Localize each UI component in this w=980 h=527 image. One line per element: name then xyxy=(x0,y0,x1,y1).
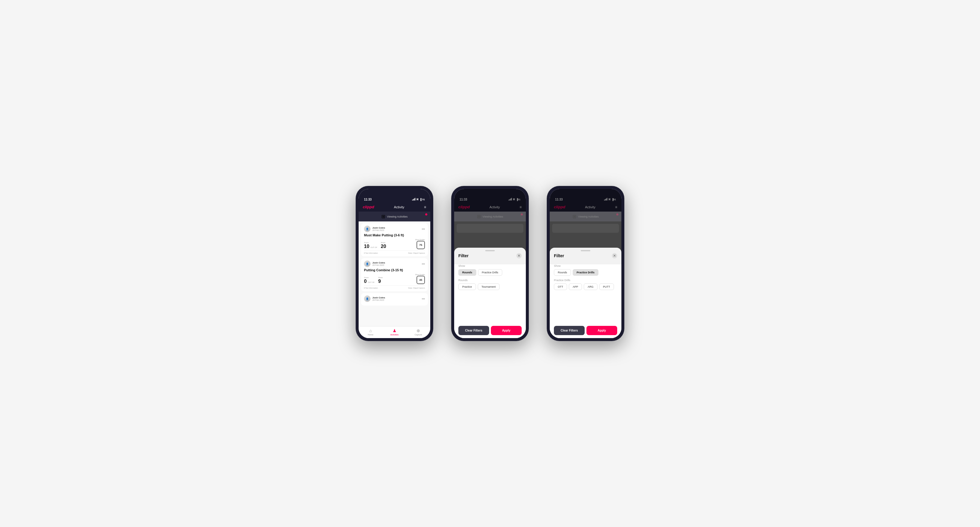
battery-level-1: 51 xyxy=(422,198,425,201)
info-icon-2: ℹ xyxy=(364,287,364,289)
card-info-2: ℹ Test Information xyxy=(364,287,378,289)
practice-drills-btn-3[interactable]: Practice Drills xyxy=(573,269,598,276)
tab-capture-1[interactable]: ⊕ Capture xyxy=(406,328,430,336)
filter-sheet-2: Filter ✕ Show Rounds Practice Drills Rou… xyxy=(454,248,526,338)
ott-btn-3[interactable]: OTT xyxy=(554,284,567,290)
shots-section-2: Shots 9 xyxy=(378,277,382,284)
menu-icon-1[interactable]: ≡ xyxy=(424,205,426,209)
rounds-btn-2[interactable]: Rounds xyxy=(458,269,476,276)
filter-title-2: Filter xyxy=(458,253,468,258)
card-dots-1[interactable]: ••• xyxy=(422,227,425,231)
quality-section-1: Shot Quality 75 xyxy=(415,239,425,249)
card-info-1: ℹ Test Information xyxy=(364,252,378,254)
user-info-1: Josh Coles 28 Feb 2023 xyxy=(372,227,385,231)
user-name-2: Josh Coles xyxy=(372,262,385,264)
card-header-1: 👤 Josh Coles 28 Feb 2023 ••• xyxy=(364,225,425,232)
banner-dot-1 xyxy=(425,213,427,216)
filter-sheet-3: Filter ✕ Show Rounds Practice Drills Pra… xyxy=(550,248,621,338)
out-of-label-1: OUT OF xyxy=(371,246,377,248)
clear-filters-btn-2[interactable]: Clear Filters xyxy=(458,326,489,335)
quality-badge-1: 75 xyxy=(417,241,425,249)
tab-home-1[interactable]: ⌂ Home xyxy=(359,328,382,336)
user-date-2: 28 Feb 2023 xyxy=(372,264,385,266)
score-value-2: 0 xyxy=(364,279,367,284)
nav-bar-1: clippd Activity ≡ xyxy=(359,203,430,211)
capture-icon-1: ⊕ xyxy=(417,328,420,333)
activities-label-1: Activities xyxy=(390,333,399,336)
phone-2: 11:33 ⌘ ▐51 clippd xyxy=(451,186,529,341)
out-of-label-2: OUT OF xyxy=(368,281,375,283)
practice-drills-btn-2[interactable]: Practice Drills xyxy=(478,269,502,276)
practice-round-btn-2[interactable]: Practice xyxy=(458,284,476,290)
user-info-2: Josh Coles 28 Feb 2023 xyxy=(372,262,385,266)
apply-btn-3[interactable]: Apply xyxy=(587,326,617,335)
user-info-3: Josh Coles 28 Feb 2023 xyxy=(372,296,385,301)
avatar-3: 👤 xyxy=(364,295,371,302)
user-date-3: 28 Feb 2023 xyxy=(372,299,385,301)
filter-close-3[interactable]: ✕ xyxy=(612,253,617,259)
score-section-2: Score 0 OUT OF xyxy=(364,277,375,284)
phone-3: 11:33 ⌘ ▐51 clippd xyxy=(547,186,624,341)
filter-body-2: Show Rounds Practice Drills Rounds Pract… xyxy=(454,264,526,323)
card-stats-1: Score 10 OUT OF Shots 20 Shot Quality xyxy=(364,239,425,249)
shots-value-2: 9 xyxy=(378,279,382,284)
putt-btn-3[interactable]: PUTT xyxy=(599,284,614,290)
tab-activities-1[interactable]: ♟ Activities xyxy=(382,328,406,336)
status-time-1: 11:33 xyxy=(364,198,372,201)
rounds-btn-3[interactable]: Rounds xyxy=(554,269,571,276)
filter-header-2: Filter ✕ xyxy=(454,253,526,262)
quality-badge-2: 45 xyxy=(417,276,425,284)
score-out-of-1: 10 OUT OF xyxy=(364,244,378,249)
card-source-1: Data: Clippd Capture xyxy=(408,252,425,254)
practice-drills-label-3: Practice Drills xyxy=(554,279,617,282)
score-value-1: 10 xyxy=(364,244,369,249)
filter-header-3: Filter ✕ xyxy=(550,253,621,262)
tournament-btn-2[interactable]: Tournament xyxy=(478,284,500,290)
activity-card-1[interactable]: 👤 Josh Coles 28 Feb 2023 ••• Must Make P… xyxy=(361,223,428,256)
user-date-1: 28 Feb 2023 xyxy=(372,229,385,231)
avatar-2: 👤 xyxy=(364,260,371,267)
dynamic-island-1 xyxy=(382,188,406,194)
clear-filters-btn-3[interactable]: Clear Filters xyxy=(554,326,585,335)
shots-section-1: Shots 20 xyxy=(381,242,386,249)
card-title-2: Putting Combine (3-15 ft) xyxy=(364,268,425,272)
score-section-1: Score 10 OUT OF xyxy=(364,242,378,249)
filter-icon-1: ⊞ xyxy=(381,214,385,219)
card-user-2: 👤 Josh Coles 28 Feb 2023 xyxy=(364,260,385,267)
viewing-banner-1[interactable]: ⊞ Viewing Activities xyxy=(359,211,430,221)
card-footer-1: ℹ Test Information Data: Clippd Capture xyxy=(364,250,425,254)
filter-footer-3: Clear Filters Apply xyxy=(550,323,621,338)
show-label-2: Show xyxy=(458,264,522,267)
wifi-icon-1: ⌘ xyxy=(416,198,418,201)
signal-icon-1 xyxy=(412,198,415,201)
phone-1: 11:33 ⌘ ▐ 51 c xyxy=(356,186,433,341)
apply-btn-2[interactable]: Apply xyxy=(491,326,522,335)
card-source-2: Data: Clippd Capture xyxy=(408,287,425,289)
filter-overlay-3: Filter ✕ Show Rounds Practice Drills Pra… xyxy=(550,189,621,338)
filter-footer-2: Clear Filters Apply xyxy=(454,323,526,338)
filter-close-2[interactable]: ✕ xyxy=(516,253,522,259)
avatar-1: 👤 xyxy=(364,225,371,232)
shots-label-1: Shots xyxy=(381,242,386,243)
quality-section-2: Shot Quality 45 xyxy=(415,274,425,284)
card-dots-3[interactable]: ••• xyxy=(422,297,425,300)
app-btn-3[interactable]: APP xyxy=(569,284,582,290)
card-user-3: 👤 Josh Coles 28 Feb 2023 xyxy=(364,295,385,302)
card-stats-2: Score 0 OUT OF Shots 9 Shot Quality xyxy=(364,274,425,284)
filter-handle-3 xyxy=(581,250,590,251)
bottom-tabs-1: ⌂ Home ♟ Activities ⊕ Capture xyxy=(359,326,430,338)
arg-btn-3[interactable]: ARG xyxy=(584,284,598,290)
rounds-label-2: Rounds xyxy=(458,279,522,282)
card-header-3: 👤 Josh Coles 28 Feb 2023 ••• xyxy=(364,295,425,302)
phones-container: 11:33 ⌘ ▐ 51 c xyxy=(356,186,624,341)
card-dots-2[interactable]: ••• xyxy=(422,262,425,265)
activity-card-3[interactable]: 👤 Josh Coles 28 Feb 2023 ••• xyxy=(361,293,428,306)
status-icons-1: ⌘ ▐ 51 xyxy=(412,198,425,201)
card-footer-2: ℹ Test Information Data: Clippd Capture xyxy=(364,285,425,289)
user-name-1: Josh Coles xyxy=(372,227,385,229)
activity-card-2[interactable]: 👤 Josh Coles 28 Feb 2023 ••• Putting Com… xyxy=(361,258,428,291)
info-icon-1: ℹ xyxy=(364,252,364,254)
logo-1: clippd xyxy=(363,205,374,209)
score-out-of-2: 0 OUT OF xyxy=(364,279,375,284)
home-label-1: Home xyxy=(368,333,374,336)
